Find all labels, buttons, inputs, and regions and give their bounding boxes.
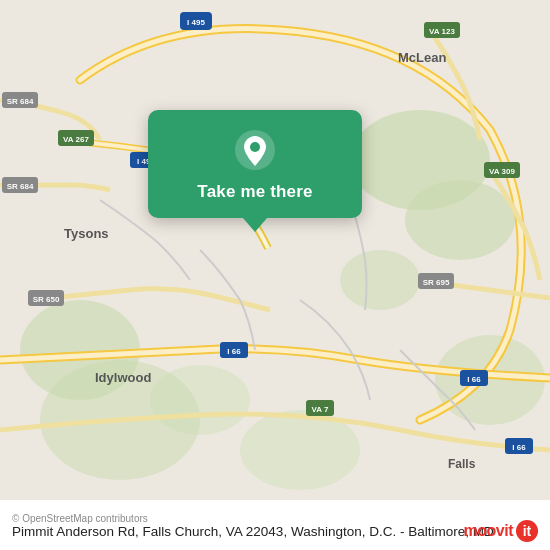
info-bar: © OpenStreetMap contributors Pimmit Ande…: [0, 500, 550, 550]
map-background: I 495 I 66 I 66 I 66 VA 267 SR 684 SR 68…: [0, 0, 550, 500]
svg-text:I 66: I 66: [512, 443, 526, 452]
svg-text:I 66: I 66: [467, 375, 481, 384]
svg-text:SR 684: SR 684: [7, 97, 34, 106]
svg-text:I 495: I 495: [187, 18, 205, 27]
take-me-there-button[interactable]: Take me there: [197, 180, 312, 204]
moovit-text: moovit: [464, 522, 513, 540]
address-text: Pimmit Anderson Rd, Falls Church, VA 220…: [12, 524, 538, 539]
map-pin-icon: [233, 128, 277, 172]
moovit-dot-icon: it: [516, 520, 538, 542]
copyright-text: © OpenStreetMap contributors: [12, 513, 538, 524]
map-container: I 495 I 66 I 66 I 66 VA 267 SR 684 SR 68…: [0, 0, 550, 500]
svg-text:I 66: I 66: [227, 347, 241, 356]
svg-text:VA 123: VA 123: [429, 27, 455, 36]
svg-text:Tysons: Tysons: [64, 226, 109, 241]
svg-point-40: [250, 142, 260, 152]
svg-point-3: [340, 250, 420, 310]
moovit-logo: moovit it: [464, 520, 538, 542]
svg-text:Falls: Falls: [448, 457, 476, 471]
svg-text:VA 267: VA 267: [63, 135, 89, 144]
svg-text:SR 650: SR 650: [33, 295, 60, 304]
svg-text:VA 7: VA 7: [312, 405, 329, 414]
location-card: Take me there: [148, 110, 362, 218]
svg-text:Idylwood: Idylwood: [95, 370, 151, 385]
svg-text:McLean: McLean: [398, 50, 446, 65]
svg-text:SR 684: SR 684: [7, 182, 34, 191]
moovit-dot-letter: it: [523, 524, 532, 538]
svg-text:SR 695: SR 695: [423, 278, 450, 287]
svg-text:VA 309: VA 309: [489, 167, 515, 176]
address-part1: Pimmit Anderson Rd, Falls Church, VA 220…: [12, 524, 287, 539]
svg-point-2: [405, 180, 515, 260]
svg-point-7: [150, 365, 250, 435]
